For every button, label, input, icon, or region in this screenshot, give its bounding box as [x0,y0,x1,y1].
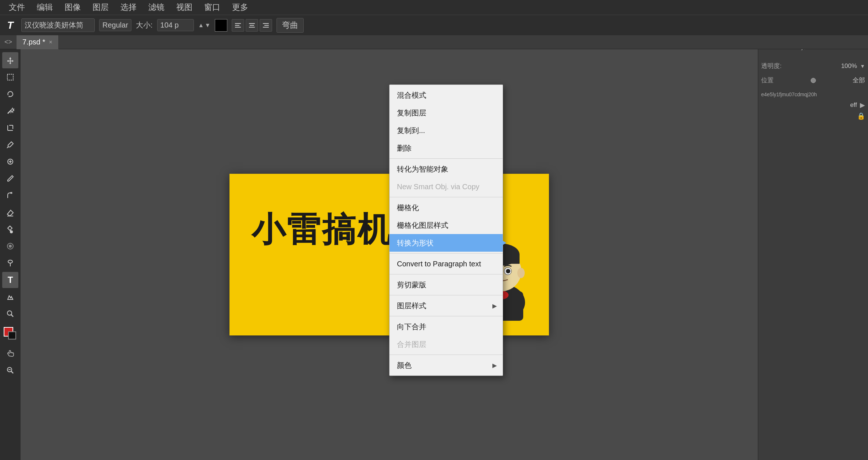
tab-file[interactable]: 7.psd * × [17,35,59,49]
menu-file[interactable]: 文件 [4,0,30,14]
opacity-control[interactable]: 100% ▼ [841,62,865,70]
context-menu: 混合模式复制图层复制到...删除转化为智能对象New Smart Obj. vi… [389,85,503,376]
tab-filename: 7.psd * [22,38,45,46]
lasso-tool[interactable] [2,86,18,102]
warp-text-button[interactable]: 弯曲 [276,18,304,33]
menu-layer[interactable]: 图层 [87,0,114,14]
font-style-input[interactable]: Regular [99,19,131,31]
opacity-label: 透明度: [761,62,782,70]
context-menu-divider [390,197,503,197]
text-tool-icon: T [4,19,17,32]
svg-line-28 [11,315,13,317]
toolbar: T 汉仪晓波美妍体简 Regular 大小: 104 p ▲▼ 弯曲 [0,15,868,35]
zoom-tool[interactable] [2,306,18,322]
position-row: 位置 全部 [761,75,865,86]
collapse-panels-left[interactable]: <> [0,37,17,47]
brush-tool[interactable] [2,170,18,187]
context-menu-divider [390,295,503,295]
context-menu-item-copy-to[interactable]: 复制到... [390,122,503,139]
active-item-cursor [503,241,506,245]
context-menu-item-convert-paragraph[interactable]: Convert to Paragraph text [390,255,503,273]
svg-line-30 [11,371,13,373]
context-menu-divider [390,316,503,316]
eyedropper-tool[interactable] [2,137,18,153]
clone-stamp-tool[interactable] [2,187,18,204]
tab-close-button[interactable]: × [49,39,52,46]
path-selection-tool[interactable] [2,289,18,305]
svg-marker-9 [7,57,14,64]
menu-image[interactable]: 图像 [59,0,86,14]
menu-window[interactable]: 窗口 [199,0,225,14]
position-dot [811,78,816,83]
right-panel-content: 透明度: 100% ▼ 位置 全部 e4e5ly1fjmu07cdmqj20h … [758,49,868,125]
svg-rect-4 [250,25,254,26]
text-color-picker[interactable] [215,19,227,32]
menu-bar: 文件 编辑 图像 图层 选择 滤镜 视图 窗口 更多 [0,0,868,15]
lock-row: 🔒 [761,111,865,122]
background-color[interactable] [8,331,16,339]
tab-bar: <> 7.psd * × [0,35,868,49]
menu-filter[interactable]: 滤镜 [143,0,170,14]
context-menu-item-rasterize[interactable]: 栅格化 [390,199,503,216]
move-tool[interactable] [2,52,18,68]
svg-rect-3 [249,23,255,24]
context-menu-item-blend-mode[interactable]: 混合模式 [390,86,503,104]
hash-value: e4e5ly1fjmu07cdmqj20h [761,90,817,99]
menu-view[interactable]: 视图 [171,0,198,14]
context-menu-item-convert-smart[interactable]: 转化为智能对象 [390,160,503,178]
context-menu-item-color[interactable]: 颜色▶ [390,356,503,374]
dodge-tool[interactable] [2,255,18,271]
context-menu-item-duplicate-layer[interactable]: 复制图层 [390,104,503,122]
right-arrow-icon: ▶ [860,101,865,109]
svg-rect-6 [263,23,269,24]
paint-bucket-tool[interactable] [2,221,18,237]
context-menu-item-clip-mask[interactable]: 剪切蒙版 [390,276,503,294]
menu-more[interactable]: 更多 [227,0,253,14]
svg-rect-0 [235,23,241,24]
context-menu-item-delete[interactable]: 删除 [390,139,503,157]
context-menu-item-new-smart-copy: New Smart Obj. via Copy [390,178,503,195]
context-menu-item-layer-style[interactable]: 图层样式▶ [390,297,503,315]
font-size-label: 大小: [136,20,153,30]
submenu-arrow-icon: ▶ [492,302,497,309]
svg-rect-8 [263,27,269,28]
menu-select[interactable]: 选择 [115,0,142,14]
opacity-row: 透明度: 100% ▼ [761,60,865,72]
position-label: 位置 [761,76,774,85]
svg-rect-7 [264,25,269,26]
context-menu-divider [390,274,503,274]
healing-brush-tool[interactable] [2,154,18,170]
align-center-button[interactable] [246,19,258,32]
crop-tool[interactable] [2,120,18,136]
left-tools-panel: T [0,49,21,460]
submenu-arrow-icon: ▶ [492,362,497,369]
svg-point-24 [9,245,12,248]
color-swatches[interactable] [2,326,18,345]
blur-tool[interactable] [2,238,18,254]
svg-point-45 [506,269,510,273]
align-right-button[interactable] [260,19,272,32]
canvas-text-layer: 小雷搞机 [252,207,393,252]
context-menu-item-merge-down[interactable]: 向下合并 [390,318,503,335]
context-menu-item-rasterize-style[interactable]: 栅格化图层样式 [390,216,503,234]
magic-wand-tool[interactable] [2,103,18,119]
context-menu-item-convert-shape[interactable]: 转换为形状 [390,234,503,252]
lock-icon: 🔒 [857,112,865,120]
font-size-input[interactable]: 104 p [157,19,194,31]
font-family-input[interactable]: 汉仪晓波美妍体简 [21,18,95,32]
hash-row: e4e5ly1fjmu07cdmqj20h [761,89,865,100]
align-left-button[interactable] [232,19,244,32]
zoom-tool-2[interactable] [2,362,18,378]
svg-point-25 [8,260,12,263]
svg-rect-5 [249,27,255,28]
context-menu-divider [390,355,503,355]
hand-tool[interactable] [2,345,18,362]
eraser-tool[interactable] [2,204,18,220]
context-menu-divider [390,253,503,254]
menu-edit[interactable]: 编辑 [32,0,58,14]
svg-rect-1 [235,25,239,26]
text-tool[interactable]: T [2,272,18,288]
context-menu-divider [390,158,503,159]
marquee-tool[interactable] [2,69,18,85]
eff-row: eff ▶ [761,100,865,111]
